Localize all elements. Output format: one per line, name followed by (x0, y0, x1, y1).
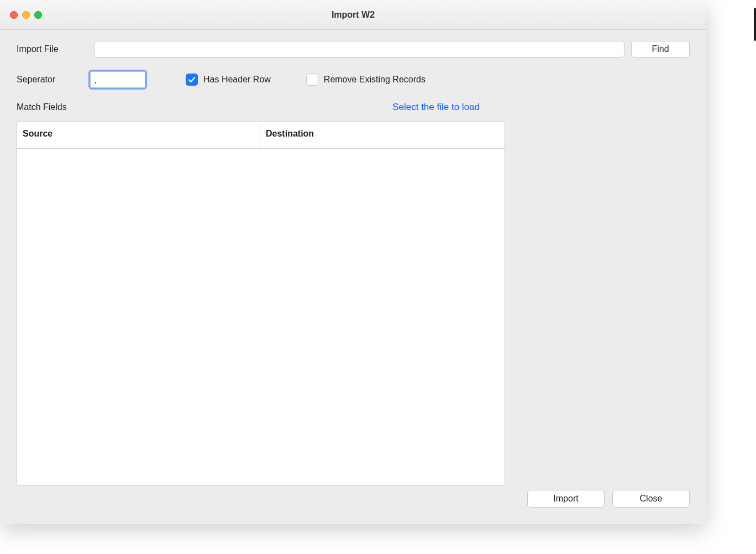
import-file-label: Import File (17, 44, 94, 54)
has-header-row-checkbox-wrap[interactable]: Has Header Row (186, 74, 271, 86)
maximize-window-icon[interactable] (34, 11, 42, 19)
separator-input[interactable] (88, 70, 147, 90)
has-header-row-checkbox[interactable] (186, 74, 198, 86)
footer-buttons: Import Close (527, 490, 690, 508)
select-file-hint: Select the file to load (392, 102, 480, 113)
titlebar: Import W2 (0, 0, 706, 30)
window-controls (10, 11, 42, 19)
match-fields-header: Match Fields Select the file to load (17, 102, 690, 113)
close-button[interactable]: Close (612, 490, 690, 508)
options-row: Seperator Has Header Row Remove Existing… (17, 70, 690, 90)
import-file-row: Import File Find (17, 41, 690, 58)
close-window-icon[interactable] (10, 11, 18, 19)
remove-existing-checkbox[interactable] (306, 74, 318, 86)
remove-existing-checkbox-wrap[interactable]: Remove Existing Records (306, 74, 426, 86)
checkmark-icon (187, 75, 196, 84)
import-button[interactable]: Import (527, 490, 605, 508)
remove-existing-label: Remove Existing Records (324, 75, 426, 85)
import-file-input[interactable] (94, 41, 624, 58)
scrollbar-indicator (754, 8, 756, 41)
column-header-destination[interactable]: Destination (260, 122, 505, 148)
match-fields-table: Source Destination (17, 122, 505, 485)
find-button[interactable]: Find (631, 41, 690, 58)
import-w2-dialog: Import W2 Import File Find Seperator Has… (0, 0, 706, 524)
match-fields-label: Match Fields (17, 102, 67, 112)
column-header-source[interactable]: Source (17, 122, 260, 148)
window-title: Import W2 (0, 10, 706, 20)
table-header: Source Destination (17, 122, 505, 149)
table-body (17, 149, 505, 485)
has-header-row-label: Has Header Row (203, 75, 271, 85)
separator-label: Seperator (17, 75, 94, 85)
minimize-window-icon[interactable] (22, 11, 30, 19)
